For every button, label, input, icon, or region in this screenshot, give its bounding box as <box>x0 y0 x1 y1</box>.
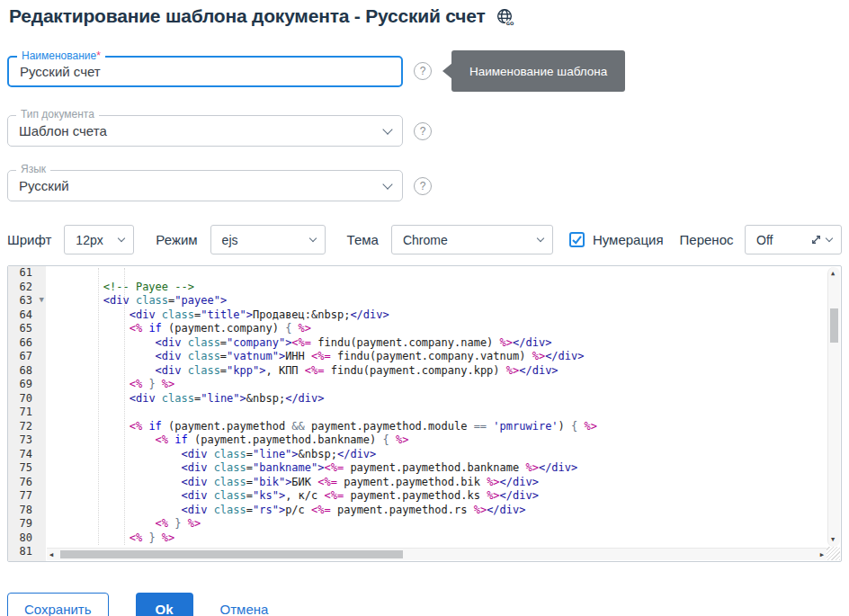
doc-type-field-row: Тип документа Шаблон счета ? <box>7 115 842 147</box>
code-line[interactable]: <div class="line">&nbsp;</div> <box>51 392 827 406</box>
name-field: Наименование* <box>7 56 403 87</box>
svg-text:GO: GO <box>505 21 514 26</box>
code-line[interactable]: <!-- Payee --> <box>51 281 827 295</box>
chevron-down-icon <box>118 234 125 241</box>
gutter-line-number[interactable]: 66 <box>8 336 46 351</box>
vertical-scroll-thumb[interactable] <box>830 308 838 343</box>
horizontal-scrollbar[interactable]: ◀ ▶ <box>47 548 827 560</box>
chevron-down-icon <box>382 124 392 134</box>
tooltip-arrow-icon <box>442 63 452 79</box>
editor-code[interactable]: <!-- Payee --> <div class="payee"> <div … <box>46 266 827 548</box>
gutter-line-number[interactable]: 69 <box>8 378 46 392</box>
wrap-value: Off <box>756 233 773 247</box>
code-line[interactable]: <div class="payee"> <box>51 294 827 308</box>
footer-actions: Сохранить Ok Отмена <box>7 593 842 616</box>
doc-type-help-icon[interactable]: ? <box>414 122 432 140</box>
scroll-up-icon[interactable]: ▲ <box>831 271 835 277</box>
page-header: Редактирование шаблона документа - Русск… <box>9 5 842 27</box>
language-value: Русский <box>19 178 384 193</box>
code-editor[interactable]: 616263▼646566676869707172737475767778798… <box>7 265 842 562</box>
language-label: Язык <box>16 163 50 175</box>
chevron-down-icon <box>826 234 833 241</box>
gutter-line-number[interactable]: 72 <box>8 420 46 434</box>
scroll-left-icon[interactable]: ◀ <box>49 552 53 558</box>
code-line[interactable]: <div class="vatnum">ИНН <%= findu(paymen… <box>51 350 827 364</box>
check-icon <box>571 234 583 246</box>
wrap-select[interactable]: Off <box>745 225 842 254</box>
vertical-scrollbar[interactable]: ▲ ▼ <box>827 267 840 547</box>
numbering-checkbox[interactable] <box>569 232 585 247</box>
doc-type-label: Тип документа <box>16 108 99 121</box>
scroll-right-icon[interactable]: ▶ <box>820 552 824 558</box>
theme-select[interactable]: Chrome <box>391 225 553 254</box>
code-line[interactable]: <div class="rs">р/с <%= payment.paymetho… <box>51 504 827 518</box>
gutter-line-number[interactable]: 79 <box>8 517 46 531</box>
name-help-icon[interactable]: ? <box>414 62 432 80</box>
theme-value: Chrome <box>403 233 448 247</box>
gutter-line-number[interactable]: 80 <box>8 531 46 546</box>
code-line[interactable]: <% } %> <box>51 531 827 546</box>
gutter-line-number[interactable]: 75 <box>8 461 46 476</box>
gutter-line-number[interactable]: 65 <box>8 322 46 336</box>
ok-button[interactable]: Ok <box>136 593 193 616</box>
gutter-line-number[interactable]: 68 <box>8 364 46 379</box>
font-size-select[interactable]: 12px <box>64 225 134 254</box>
code-line[interactable]: <div class="title">Продавец:&nbsp;</div> <box>51 308 827 323</box>
doc-type-select[interactable]: Тип документа Шаблон счета <box>7 115 403 147</box>
resize-grip[interactable] <box>827 547 840 560</box>
language-field-row: Язык Русский ? <box>7 170 842 201</box>
code-line[interactable]: <% if (payment.paymethod.bankname) { %> <box>51 433 827 448</box>
gutter-line-number[interactable]: 70 <box>8 392 46 406</box>
template-editor-page: Редактирование шаблона документа - Русск… <box>0 0 849 616</box>
expand-resize-icon[interactable] <box>809 233 823 246</box>
gutter-line-number[interactable]: 78 <box>8 504 46 518</box>
gutter-line-number[interactable]: 63▼ <box>8 294 46 308</box>
gutter-line-number[interactable]: 64 <box>8 308 46 323</box>
doc-type-value: Шаблон счета <box>19 123 384 138</box>
page-title: Редактирование шаблона документа - Русск… <box>9 5 486 27</box>
cancel-button[interactable]: Отмена <box>220 602 269 616</box>
code-line[interactable]: <% } %> <box>51 378 827 392</box>
code-line[interactable] <box>51 406 827 420</box>
required-asterisk: * <box>96 49 101 62</box>
code-line[interactable] <box>51 266 827 281</box>
mode-value: ejs <box>222 233 238 247</box>
code-line[interactable]: <div class="kpp">, КПП <%= findu(payment… <box>51 364 827 379</box>
mode-select[interactable]: ejs <box>210 225 326 254</box>
code-line[interactable]: <div class="line">&nbsp;</div> <box>51 448 827 462</box>
name-tooltip: Наименование шаблона <box>451 50 625 92</box>
gutter-line-number[interactable]: 76 <box>8 476 46 490</box>
scroll-down-icon[interactable]: ▼ <box>831 537 835 543</box>
code-line[interactable]: <div class="bankname"><%= payment.paymet… <box>51 461 827 476</box>
gutter-line-number[interactable]: 67 <box>8 350 46 364</box>
gutter-line-number[interactable]: 74 <box>8 448 46 462</box>
font-label: Шрифт <box>7 232 51 247</box>
globe-icon[interactable]: GO <box>495 7 514 27</box>
numbering-label: Нумерация <box>593 232 664 247</box>
tooltip-text: Наименование шаблона <box>469 65 607 78</box>
gutter-line-number[interactable]: 62 <box>8 281 46 295</box>
gutter-line-number[interactable]: 61 <box>8 266 46 281</box>
gutter-line-number[interactable]: 71 <box>8 406 46 420</box>
code-line[interactable]: <% if (payment.paymethod && payment.paym… <box>51 420 827 434</box>
horizontal-scroll-thumb[interactable] <box>60 550 403 558</box>
code-line[interactable]: <div class="bik">БИК <%= payment.paymeth… <box>51 476 827 490</box>
font-size-value: 12px <box>76 233 103 247</box>
editor-toolbar: Шрифт 12px Режим ejs Тема Chrome Нумерац… <box>7 225 842 254</box>
code-line[interactable]: <div class="company"><%= findu(payment.c… <box>51 336 827 351</box>
chevron-down-icon <box>537 234 544 241</box>
language-select[interactable]: Язык Русский <box>7 170 403 201</box>
gutter-line-number[interactable]: 81 <box>8 545 46 559</box>
code-line[interactable]: <div class="ks">, к/с <%= payment.paymet… <box>51 489 827 504</box>
gutter-line-number[interactable]: 77 <box>8 489 46 504</box>
code-line[interactable]: <% if (payment.company) { %> <box>51 322 827 336</box>
code-line[interactable]: <% } %> <box>51 517 827 531</box>
gutter-line-number[interactable]: 73 <box>8 433 46 448</box>
language-help-icon[interactable]: ? <box>414 177 432 195</box>
wrap-label: Перенос <box>680 232 734 247</box>
fold-arrow-icon[interactable]: ▼ <box>40 293 44 308</box>
name-field-row: Наименование* ? Наименование шаблона <box>7 50 842 92</box>
name-input[interactable] <box>20 64 390 79</box>
save-button[interactable]: Сохранить <box>7 593 109 616</box>
chevron-down-icon <box>382 179 392 189</box>
